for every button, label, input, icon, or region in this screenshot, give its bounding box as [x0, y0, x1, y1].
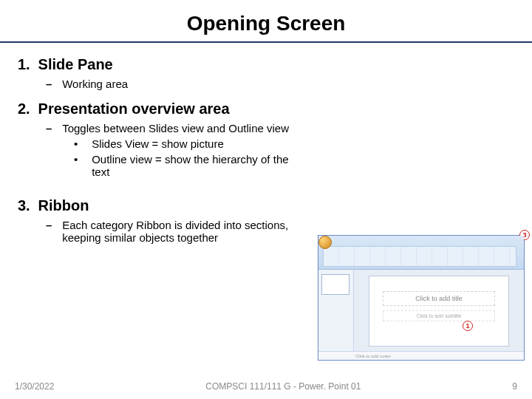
pp-body: 2 Click to add title Click to add subtit…	[318, 270, 524, 351]
pp-overview-panel: 2	[318, 270, 354, 351]
office-orb-icon	[318, 236, 332, 249]
pp-thumbnail	[321, 274, 349, 295]
dot-bullet: •	[74, 153, 89, 166]
section-2-heading: 2. Presentation overview area	[18, 100, 514, 117]
section-2-sub-2: • Slides View = show picture	[89, 137, 514, 150]
dash-bullet: –	[46, 78, 59, 90]
section-1-heading: 1. Slide Pane	[18, 56, 514, 73]
dot-bullet: •	[74, 137, 89, 150]
section-1-sub-1: – Working area	[59, 78, 514, 90]
section-2-label: Presentation overview area	[38, 100, 230, 117]
dash-bullet: –	[46, 219, 59, 231]
pp-notes-pane: Click to add notes	[318, 351, 524, 360]
pp-ribbon	[318, 236, 524, 270]
callout-1: 1	[463, 321, 473, 331]
section-2-sub-1: – Toggles between Slides view and Outlin…	[59, 122, 514, 134]
footer-page: 9	[512, 381, 517, 392]
footer-date: 1/30/2022	[15, 381, 54, 392]
section-2-sub-3-text: Outline view = show the hierarchy of the…	[92, 153, 306, 178]
slide-title: Opening Screen	[0, 0, 532, 43]
section-2-sub-1-text: Toggles between Slides view and Outline …	[62, 122, 289, 134]
slide-footer: 1/30/2022 COMPSCI 111/111 G - Power. Poi…	[0, 381, 532, 392]
slide-content: 1. Slide Pane – Working area 2. Presenta…	[0, 43, 532, 244]
section-2-sub-3: • Outline view = show the hierarchy of t…	[89, 153, 514, 178]
footer-center: COMPSCI 111/111 G - Power. Point 01	[205, 381, 361, 392]
section-3-heading: 3. Ribbon	[18, 197, 514, 214]
pp-slide: Click to add title Click to add subtitle…	[369, 276, 509, 347]
section-2-number: 2.	[18, 100, 34, 117]
section-1-label: Slide Pane	[38, 56, 113, 72]
pp-slide-subtitle-placeholder: Click to add subtitle	[383, 310, 495, 321]
section-2-sub-2-text: Slides View = show picture	[92, 137, 224, 150]
pp-slide-area: Click to add title Click to add subtitle…	[354, 270, 524, 351]
dash-bullet: –	[46, 122, 59, 134]
section-1-number: 1.	[18, 56, 34, 73]
powerpoint-screenshot: 3 2 Click to add title Click to add subt…	[318, 235, 525, 361]
section-1-sub-1-text: Working area	[62, 78, 128, 90]
section-3-number: 3.	[18, 197, 34, 214]
section-3-label: Ribbon	[38, 197, 89, 214]
pp-slide-title-placeholder: Click to add title	[383, 291, 495, 306]
section-3-sub-1-text: Each category Ribbon is divided into sec…	[62, 219, 306, 244]
